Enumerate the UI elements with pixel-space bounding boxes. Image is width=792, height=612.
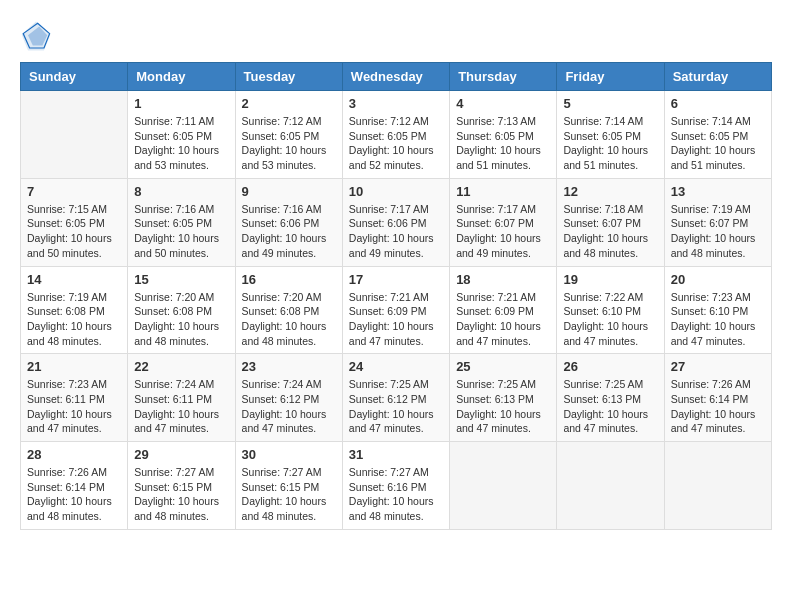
day-cell: 11Sunrise: 7:17 AM Sunset: 6:07 PM Dayli…: [450, 178, 557, 266]
day-number: 23: [242, 359, 336, 374]
day-info: Sunrise: 7:23 AM Sunset: 6:10 PM Dayligh…: [671, 290, 765, 349]
day-info: Sunrise: 7:11 AM Sunset: 6:05 PM Dayligh…: [134, 114, 228, 173]
day-cell: 30Sunrise: 7:27 AM Sunset: 6:15 PM Dayli…: [235, 442, 342, 530]
day-header-monday: Monday: [128, 63, 235, 91]
day-cell: 4Sunrise: 7:13 AM Sunset: 6:05 PM Daylig…: [450, 91, 557, 179]
day-cell: 27Sunrise: 7:26 AM Sunset: 6:14 PM Dayli…: [664, 354, 771, 442]
day-cell: 22Sunrise: 7:24 AM Sunset: 6:11 PM Dayli…: [128, 354, 235, 442]
day-info: Sunrise: 7:27 AM Sunset: 6:15 PM Dayligh…: [134, 465, 228, 524]
day-info: Sunrise: 7:14 AM Sunset: 6:05 PM Dayligh…: [563, 114, 657, 173]
day-cell: 2Sunrise: 7:12 AM Sunset: 6:05 PM Daylig…: [235, 91, 342, 179]
day-cell: 8Sunrise: 7:16 AM Sunset: 6:05 PM Daylig…: [128, 178, 235, 266]
day-info: Sunrise: 7:26 AM Sunset: 6:14 PM Dayligh…: [671, 377, 765, 436]
day-number: 7: [27, 184, 121, 199]
day-cell: [450, 442, 557, 530]
week-row-3: 21Sunrise: 7:23 AM Sunset: 6:11 PM Dayli…: [21, 354, 772, 442]
day-info: Sunrise: 7:21 AM Sunset: 6:09 PM Dayligh…: [456, 290, 550, 349]
day-info: Sunrise: 7:17 AM Sunset: 6:07 PM Dayligh…: [456, 202, 550, 261]
day-cell: 15Sunrise: 7:20 AM Sunset: 6:08 PM Dayli…: [128, 266, 235, 354]
day-info: Sunrise: 7:20 AM Sunset: 6:08 PM Dayligh…: [134, 290, 228, 349]
day-info: Sunrise: 7:17 AM Sunset: 6:06 PM Dayligh…: [349, 202, 443, 261]
day-cell: 10Sunrise: 7:17 AM Sunset: 6:06 PM Dayli…: [342, 178, 449, 266]
day-cell: 19Sunrise: 7:22 AM Sunset: 6:10 PM Dayli…: [557, 266, 664, 354]
day-number: 2: [242, 96, 336, 111]
day-info: Sunrise: 7:27 AM Sunset: 6:15 PM Dayligh…: [242, 465, 336, 524]
day-info: Sunrise: 7:24 AM Sunset: 6:12 PM Dayligh…: [242, 377, 336, 436]
day-number: 4: [456, 96, 550, 111]
week-row-2: 14Sunrise: 7:19 AM Sunset: 6:08 PM Dayli…: [21, 266, 772, 354]
day-cell: 7Sunrise: 7:15 AM Sunset: 6:05 PM Daylig…: [21, 178, 128, 266]
day-cell: 25Sunrise: 7:25 AM Sunset: 6:13 PM Dayli…: [450, 354, 557, 442]
day-header-thursday: Thursday: [450, 63, 557, 91]
day-number: 20: [671, 272, 765, 287]
calendar-header: SundayMondayTuesdayWednesdayThursdayFrid…: [21, 63, 772, 91]
day-number: 21: [27, 359, 121, 374]
logo-icon: [20, 20, 52, 52]
day-number: 14: [27, 272, 121, 287]
day-info: Sunrise: 7:14 AM Sunset: 6:05 PM Dayligh…: [671, 114, 765, 173]
day-cell: 26Sunrise: 7:25 AM Sunset: 6:13 PM Dayli…: [557, 354, 664, 442]
day-info: Sunrise: 7:25 AM Sunset: 6:12 PM Dayligh…: [349, 377, 443, 436]
day-info: Sunrise: 7:19 AM Sunset: 6:08 PM Dayligh…: [27, 290, 121, 349]
day-info: Sunrise: 7:22 AM Sunset: 6:10 PM Dayligh…: [563, 290, 657, 349]
day-number: 24: [349, 359, 443, 374]
day-info: Sunrise: 7:24 AM Sunset: 6:11 PM Dayligh…: [134, 377, 228, 436]
day-header-friday: Friday: [557, 63, 664, 91]
page-header: [20, 20, 772, 52]
day-info: Sunrise: 7:27 AM Sunset: 6:16 PM Dayligh…: [349, 465, 443, 524]
day-info: Sunrise: 7:16 AM Sunset: 6:05 PM Dayligh…: [134, 202, 228, 261]
day-number: 15: [134, 272, 228, 287]
week-row-0: 1Sunrise: 7:11 AM Sunset: 6:05 PM Daylig…: [21, 91, 772, 179]
day-cell: 12Sunrise: 7:18 AM Sunset: 6:07 PM Dayli…: [557, 178, 664, 266]
day-cell: 31Sunrise: 7:27 AM Sunset: 6:16 PM Dayli…: [342, 442, 449, 530]
day-number: 27: [671, 359, 765, 374]
day-number: 17: [349, 272, 443, 287]
week-row-4: 28Sunrise: 7:26 AM Sunset: 6:14 PM Dayli…: [21, 442, 772, 530]
day-number: 12: [563, 184, 657, 199]
day-number: 26: [563, 359, 657, 374]
day-number: 8: [134, 184, 228, 199]
day-info: Sunrise: 7:13 AM Sunset: 6:05 PM Dayligh…: [456, 114, 550, 173]
day-info: Sunrise: 7:20 AM Sunset: 6:08 PM Dayligh…: [242, 290, 336, 349]
day-cell: 28Sunrise: 7:26 AM Sunset: 6:14 PM Dayli…: [21, 442, 128, 530]
day-cell: [557, 442, 664, 530]
day-cell: 6Sunrise: 7:14 AM Sunset: 6:05 PM Daylig…: [664, 91, 771, 179]
day-number: 13: [671, 184, 765, 199]
day-cell: 1Sunrise: 7:11 AM Sunset: 6:05 PM Daylig…: [128, 91, 235, 179]
calendar-table: SundayMondayTuesdayWednesdayThursdayFrid…: [20, 62, 772, 530]
day-number: 16: [242, 272, 336, 287]
day-number: 22: [134, 359, 228, 374]
day-number: 3: [349, 96, 443, 111]
day-number: 10: [349, 184, 443, 199]
calendar-body: 1Sunrise: 7:11 AM Sunset: 6:05 PM Daylig…: [21, 91, 772, 530]
day-number: 25: [456, 359, 550, 374]
day-info: Sunrise: 7:15 AM Sunset: 6:05 PM Dayligh…: [27, 202, 121, 261]
day-info: Sunrise: 7:12 AM Sunset: 6:05 PM Dayligh…: [349, 114, 443, 173]
header-row: SundayMondayTuesdayWednesdayThursdayFrid…: [21, 63, 772, 91]
day-cell: 20Sunrise: 7:23 AM Sunset: 6:10 PM Dayli…: [664, 266, 771, 354]
day-number: 31: [349, 447, 443, 462]
day-cell: 17Sunrise: 7:21 AM Sunset: 6:09 PM Dayli…: [342, 266, 449, 354]
day-info: Sunrise: 7:23 AM Sunset: 6:11 PM Dayligh…: [27, 377, 121, 436]
day-cell: 29Sunrise: 7:27 AM Sunset: 6:15 PM Dayli…: [128, 442, 235, 530]
day-number: 6: [671, 96, 765, 111]
day-cell: [664, 442, 771, 530]
day-number: 9: [242, 184, 336, 199]
day-number: 29: [134, 447, 228, 462]
day-info: Sunrise: 7:21 AM Sunset: 6:09 PM Dayligh…: [349, 290, 443, 349]
day-cell: 3Sunrise: 7:12 AM Sunset: 6:05 PM Daylig…: [342, 91, 449, 179]
day-info: Sunrise: 7:25 AM Sunset: 6:13 PM Dayligh…: [563, 377, 657, 436]
day-cell: 18Sunrise: 7:21 AM Sunset: 6:09 PM Dayli…: [450, 266, 557, 354]
day-cell: [21, 91, 128, 179]
day-cell: 9Sunrise: 7:16 AM Sunset: 6:06 PM Daylig…: [235, 178, 342, 266]
day-header-saturday: Saturday: [664, 63, 771, 91]
week-row-1: 7Sunrise: 7:15 AM Sunset: 6:05 PM Daylig…: [21, 178, 772, 266]
day-info: Sunrise: 7:26 AM Sunset: 6:14 PM Dayligh…: [27, 465, 121, 524]
day-cell: 16Sunrise: 7:20 AM Sunset: 6:08 PM Dayli…: [235, 266, 342, 354]
day-number: 5: [563, 96, 657, 111]
day-info: Sunrise: 7:12 AM Sunset: 6:05 PM Dayligh…: [242, 114, 336, 173]
day-cell: 23Sunrise: 7:24 AM Sunset: 6:12 PM Dayli…: [235, 354, 342, 442]
day-cell: 21Sunrise: 7:23 AM Sunset: 6:11 PM Dayli…: [21, 354, 128, 442]
day-info: Sunrise: 7:25 AM Sunset: 6:13 PM Dayligh…: [456, 377, 550, 436]
day-number: 11: [456, 184, 550, 199]
